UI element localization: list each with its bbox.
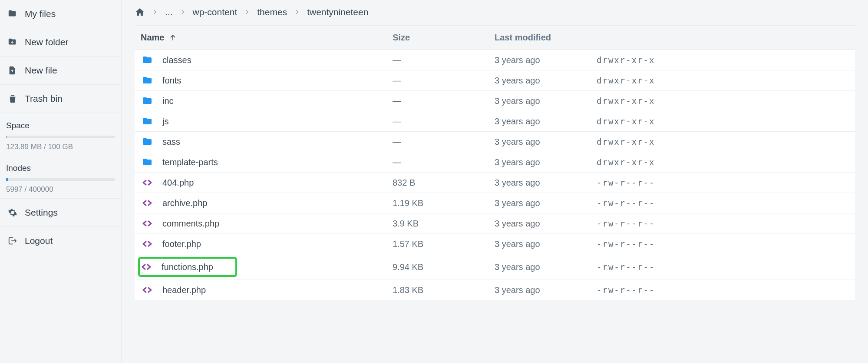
code-icon — [140, 261, 153, 273]
breadcrumb-wp-content[interactable]: wp-content — [193, 7, 238, 17]
file-permissions: -rw-r--r-- — [597, 178, 849, 187]
sidebar-item-new-folder[interactable]: New folder — [0, 28, 121, 57]
arrow-up-icon — [168, 33, 177, 42]
folder-icon — [8, 9, 17, 19]
folder-icon — [141, 116, 154, 127]
chevron-right-icon — [293, 8, 301, 16]
chevron-right-icon — [179, 8, 187, 16]
sidebar-nav: My filesNew folderNew fileTrash bin — [0, 0, 121, 113]
file-modified: 3 years ago — [495, 137, 597, 147]
file-size: 9.94 KB — [393, 262, 495, 272]
sidebar-item-label: New file — [25, 65, 57, 76]
file-name: 404.php — [162, 178, 194, 188]
folder-icon — [141, 136, 154, 147]
file-name: comments.php — [162, 219, 219, 229]
chevron-right-icon — [151, 8, 159, 16]
sidebar-item-label: Settings — [25, 207, 58, 218]
file-modified: 3 years ago — [495, 198, 597, 208]
file-name: archive.php — [162, 198, 207, 208]
file-plus-icon — [8, 66, 17, 75]
file-size: — — [393, 157, 495, 167]
space-bar — [6, 136, 115, 138]
table-row[interactable]: fonts—3 years agodrwxr-xr-x — [135, 70, 855, 91]
header-modified[interactable]: Last modified — [495, 33, 597, 43]
sidebar-bottom: SettingsLogout — [0, 198, 121, 255]
breadcrumb-ellipsis[interactable]: ... — [165, 7, 173, 17]
file-size: 1.57 KB — [393, 239, 495, 249]
table-row[interactable]: template-parts—3 years agodrwxr-xr-x — [135, 152, 855, 173]
file-modified: 3 years ago — [495, 76, 597, 86]
file-modified: 3 years ago — [495, 219, 597, 229]
code-icon — [141, 218, 154, 229]
file-size: — — [393, 55, 495, 65]
folder-plus-icon — [8, 37, 17, 47]
file-permissions: -rw-r--r-- — [597, 285, 849, 295]
inodes-section: Inodes 5997 / 400000 — [0, 156, 121, 198]
table-header: Name Size Last modified — [135, 26, 855, 50]
file-modified: 3 years ago — [495, 285, 597, 295]
folder-icon — [141, 75, 154, 86]
inodes-text: 5997 / 400000 — [6, 185, 115, 194]
file-name: js — [162, 117, 168, 127]
header-permissions — [597, 33, 849, 43]
breadcrumb-twentynineteen[interactable]: twentynineteen — [307, 7, 368, 17]
table-body: classes—3 years agodrwxr-xr-xfonts—3 yea… — [135, 50, 855, 300]
file-name: header.php — [162, 285, 206, 295]
space-title: Space — [6, 121, 115, 130]
file-name: footer.php — [162, 239, 201, 249]
file-modified: 3 years ago — [495, 117, 597, 127]
table-row[interactable]: archive.php1.19 KB3 years ago-rw-r--r-- — [135, 193, 855, 213]
file-name: template-parts — [162, 157, 218, 167]
space-text: 123.89 MB / 100 GB — [6, 143, 115, 151]
header-size[interactable]: Size — [393, 33, 495, 43]
sidebar-item-new-file[interactable]: New file — [0, 57, 121, 85]
file-modified: 3 years ago — [495, 239, 597, 249]
code-icon — [141, 197, 154, 209]
inodes-bar — [6, 178, 115, 181]
sidebar-item-settings[interactable]: Settings — [0, 199, 121, 227]
file-modified: 3 years ago — [495, 157, 597, 167]
file-modified: 3 years ago — [495, 96, 597, 106]
sidebar-item-label: My files — [25, 9, 56, 19]
table-row[interactable]: classes—3 years agodrwxr-xr-x — [135, 50, 855, 70]
file-permissions: drwxr-xr-x — [597, 117, 849, 126]
table-row[interactable]: js—3 years agodrwxr-xr-x — [135, 111, 855, 132]
file-permissions: drwxr-xr-x — [597, 137, 849, 147]
code-icon — [141, 284, 154, 296]
header-name-label: Name — [141, 33, 164, 43]
table-row[interactable]: footer.php1.57 KB3 years ago-rw-r--r-- — [135, 234, 855, 254]
file-size: — — [393, 137, 495, 147]
sidebar-item-trash-bin[interactable]: Trash bin — [0, 85, 121, 113]
file-size: 1.83 KB — [393, 285, 495, 295]
sidebar-item-logout[interactable]: Logout — [0, 227, 121, 255]
inodes-title: Inodes — [6, 163, 115, 173]
breadcrumb-themes[interactable]: themes — [257, 7, 287, 17]
table-row[interactable]: header.php1.83 KB3 years ago-rw-r--r-- — [135, 280, 855, 300]
file-permissions: -rw-r--r-- — [597, 219, 849, 228]
file-size: — — [393, 117, 495, 127]
file-size: 1.19 KB — [393, 198, 495, 208]
logout-icon — [8, 236, 17, 246]
chevron-right-icon — [243, 8, 251, 16]
file-permissions: drwxr-xr-x — [597, 55, 849, 65]
file-name: classes — [162, 55, 191, 65]
trash-icon — [8, 94, 17, 103]
file-name: sass — [162, 137, 180, 147]
table-row[interactable]: inc—3 years agodrwxr-xr-x — [135, 91, 855, 111]
file-table: Name Size Last modified classes—3 years … — [135, 26, 855, 300]
breadcrumb: ... wp-contentthemestwentynineteen — [135, 0, 855, 26]
sidebar-item-my-files[interactable]: My files — [0, 0, 121, 28]
table-row[interactable]: sass—3 years agodrwxr-xr-x — [135, 132, 855, 152]
file-permissions: -rw-r--r-- — [597, 198, 849, 208]
file-permissions: drwxr-xr-x — [597, 76, 849, 85]
gear-icon — [8, 208, 17, 217]
table-row[interactable]: comments.php3.9 KB3 years ago-rw-r--r-- — [135, 213, 855, 234]
folder-icon — [141, 95, 154, 107]
file-size: 3.9 KB — [393, 219, 495, 229]
file-name: fonts — [162, 76, 181, 86]
table-row[interactable]: functions.php9.94 KB3 years ago-rw-r--r-… — [135, 254, 855, 280]
code-icon — [141, 177, 154, 188]
table-row[interactable]: 404.php832 B3 years ago-rw-r--r-- — [135, 173, 855, 193]
header-name[interactable]: Name — [141, 33, 393, 43]
home-icon[interactable] — [135, 7, 145, 17]
